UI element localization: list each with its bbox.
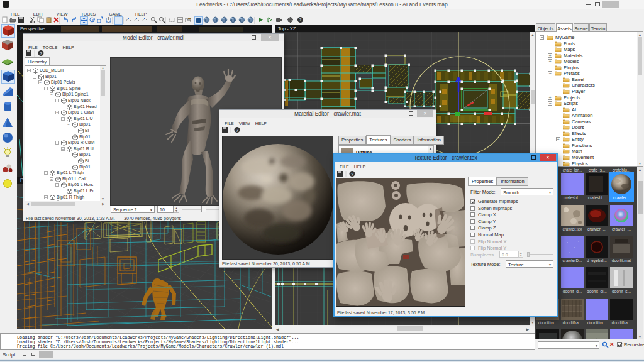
svg-text:?: ? bbox=[299, 18, 302, 22]
svg-text:?: ? bbox=[40, 52, 42, 56]
svg-text:?: ? bbox=[351, 172, 353, 177]
svg-text:?: ? bbox=[236, 128, 238, 133]
